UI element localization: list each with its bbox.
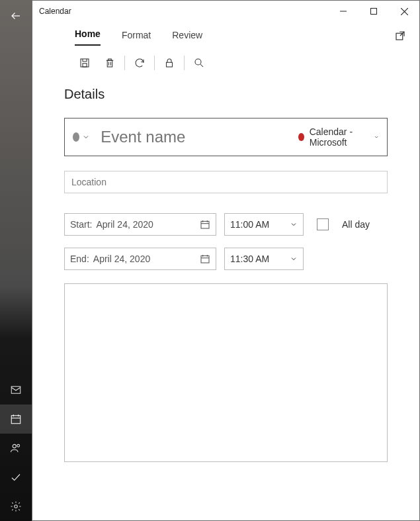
- content-area: Details Calendar - Microsoft Start: Apri…: [32, 80, 419, 475]
- svg-rect-13: [201, 256, 209, 263]
- open-new-window-button[interactable]: [394, 30, 406, 46]
- calendar-color-dot: [298, 133, 304, 141]
- location-input[interactable]: [64, 171, 388, 193]
- toolbar-divider: [184, 56, 185, 70]
- end-date-picker[interactable]: End: April 24, 2020: [64, 248, 216, 270]
- end-label: End:: [70, 254, 89, 264]
- calendar-icon: [200, 254, 210, 264]
- calendar-icon: [200, 219, 210, 230]
- start-row: Start: April 24, 2020 11:00 AM All day: [64, 213, 388, 236]
- tab-review[interactable]: Review: [172, 30, 202, 46]
- titlebar: Calendar: [32, 1, 419, 22]
- svg-rect-12: [201, 221, 209, 228]
- delete-button[interactable]: [97, 52, 122, 73]
- main-window: Calendar Home Format Review: [32, 0, 420, 521]
- event-name-input[interactable]: [101, 128, 298, 146]
- end-row: End: April 24, 2020 11:30 AM: [64, 248, 388, 270]
- people-nav[interactable]: [0, 434, 32, 463]
- minimize-button[interactable]: [328, 1, 358, 22]
- calendar-label: Calendar - Microsoft: [310, 126, 368, 148]
- chevron-down-icon: [374, 133, 379, 141]
- svg-point-11: [195, 59, 201, 65]
- event-name-bar: Calendar - Microsoft: [64, 118, 388, 156]
- section-heading-details: Details: [64, 87, 388, 102]
- chevron-down-icon: [290, 220, 298, 228]
- tab-format[interactable]: Format: [122, 30, 151, 46]
- svg-rect-1: [11, 416, 21, 424]
- private-button[interactable]: [157, 52, 182, 73]
- event-category-dot[interactable]: [73, 132, 79, 142]
- app-sidebar: [0, 0, 32, 521]
- all-day-checkbox[interactable]: [317, 218, 329, 230]
- description-textarea[interactable]: [64, 283, 388, 462]
- svg-rect-7: [81, 59, 89, 67]
- end-date-value: April 24, 2020: [93, 254, 200, 264]
- end-time-picker[interactable]: 11:30 AM: [224, 248, 304, 270]
- save-button[interactable]: [72, 52, 97, 73]
- toolbar-divider: [124, 56, 125, 70]
- svg-rect-5: [371, 9, 377, 15]
- start-date-picker[interactable]: Start: April 24, 2020: [64, 213, 216, 236]
- calendar-nav[interactable]: [0, 404, 32, 434]
- calendar-selector[interactable]: Calendar - Microsoft: [298, 126, 379, 148]
- start-time-picker[interactable]: 11:00 AM: [224, 213, 304, 236]
- end-time-value: 11:30 AM: [230, 254, 290, 264]
- tab-home[interactable]: Home: [75, 28, 101, 46]
- maximize-button[interactable]: [358, 1, 389, 22]
- all-day-label: All day: [342, 219, 370, 230]
- start-date-value: April 24, 2020: [96, 219, 200, 230]
- chevron-down-icon: [290, 255, 298, 263]
- svg-rect-10: [167, 62, 173, 67]
- todo-nav[interactable]: [0, 463, 32, 492]
- category-dropdown-icon[interactable]: [82, 133, 90, 141]
- close-button[interactable]: [389, 1, 419, 22]
- ribbon-tabs: Home Format Review: [32, 22, 419, 46]
- settings-nav[interactable]: [0, 492, 32, 521]
- svg-rect-0: [11, 387, 21, 394]
- mail-nav[interactable]: [0, 375, 32, 404]
- svg-point-4: [15, 505, 18, 508]
- svg-point-3: [17, 444, 20, 447]
- toolbar-divider: [154, 56, 155, 70]
- back-button[interactable]: [0, 0, 32, 32]
- svg-rect-9: [107, 60, 112, 67]
- svg-rect-8: [83, 64, 87, 67]
- refresh-button[interactable]: [127, 52, 152, 73]
- svg-point-2: [13, 444, 16, 448]
- start-time-value: 11:00 AM: [230, 219, 290, 230]
- toolbar: [32, 46, 419, 80]
- window-title: Calendar: [39, 7, 328, 16]
- start-label: Start:: [70, 219, 92, 230]
- search-button[interactable]: [187, 52, 212, 73]
